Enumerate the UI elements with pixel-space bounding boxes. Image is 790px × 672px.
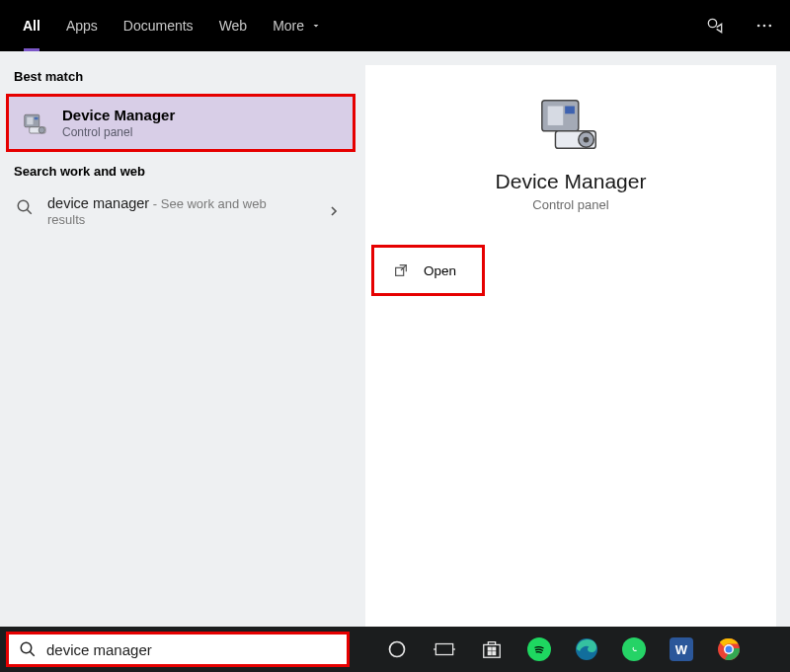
web-result-hint-line2: results bbox=[47, 212, 314, 227]
web-search-result[interactable]: device manager - See work and web result… bbox=[0, 188, 361, 233]
chrome-icon[interactable] bbox=[705, 627, 752, 672]
tab-web[interactable]: Web bbox=[206, 0, 261, 51]
svg-rect-12 bbox=[548, 107, 564, 125]
svg-point-0 bbox=[708, 19, 716, 27]
tab-label: More bbox=[273, 18, 304, 34]
tab-label: Web bbox=[219, 18, 248, 34]
microsoft-store-icon[interactable] bbox=[468, 627, 515, 672]
more-options-icon[interactable] bbox=[749, 10, 780, 41]
tab-apps[interactable]: Apps bbox=[53, 0, 111, 51]
open-label: Open bbox=[424, 263, 456, 278]
tab-label: Apps bbox=[66, 18, 98, 34]
section-work-web: Search work and web bbox=[0, 160, 361, 188]
device-manager-icon bbox=[21, 109, 50, 138]
open-action[interactable]: Open bbox=[371, 245, 485, 296]
svg-point-2 bbox=[763, 25, 766, 28]
svg-point-33 bbox=[726, 646, 733, 653]
best-match-result[interactable]: Device Manager Control panel bbox=[6, 94, 356, 152]
chevron-down-icon bbox=[310, 20, 322, 32]
svg-point-3 bbox=[769, 25, 772, 28]
preview-pane: Device Manager Control panel Open bbox=[361, 51, 790, 627]
search-input[interactable] bbox=[46, 641, 337, 658]
search-icon bbox=[14, 196, 36, 218]
tab-label: Documents bbox=[123, 18, 194, 34]
web-result-hint: - See work and web bbox=[149, 196, 267, 211]
taskbar: W bbox=[0, 627, 790, 672]
svg-point-19 bbox=[21, 642, 32, 653]
chevron-right-icon bbox=[326, 203, 342, 219]
cortana-icon[interactable] bbox=[373, 627, 421, 672]
svg-point-21 bbox=[390, 642, 405, 657]
search-tabbar: All Apps Documents Web More bbox=[0, 0, 790, 51]
tab-documents[interactable]: Documents bbox=[111, 0, 206, 51]
word-icon[interactable]: W bbox=[658, 627, 705, 672]
open-icon bbox=[392, 261, 410, 279]
tab-more[interactable]: More bbox=[260, 0, 335, 51]
svg-point-1 bbox=[757, 25, 760, 28]
svg-line-10 bbox=[27, 209, 32, 214]
whatsapp-icon[interactable] bbox=[610, 627, 658, 672]
svg-rect-27 bbox=[493, 647, 496, 650]
task-view-icon[interactable] bbox=[421, 627, 468, 672]
web-result-query: device manager bbox=[47, 195, 149, 211]
results-pane: Best match Device Manager Control panel bbox=[0, 51, 361, 627]
taskbar-search[interactable] bbox=[6, 632, 350, 667]
svg-line-20 bbox=[30, 651, 35, 656]
best-match-title: Device Manager bbox=[62, 107, 175, 123]
svg-point-16 bbox=[584, 137, 590, 143]
preview-title: Device Manager bbox=[496, 170, 647, 193]
spotify-icon[interactable] bbox=[515, 627, 563, 672]
svg-point-8 bbox=[39, 126, 44, 132]
edge-icon[interactable] bbox=[563, 627, 610, 672]
svg-point-9 bbox=[18, 200, 29, 211]
svg-rect-29 bbox=[493, 652, 496, 655]
preview-subtitle: Control panel bbox=[532, 197, 608, 212]
search-icon bbox=[19, 640, 37, 658]
tab-label: All bbox=[23, 18, 40, 34]
section-best-match: Best match bbox=[0, 65, 361, 94]
best-match-subtitle: Control panel bbox=[62, 125, 175, 139]
svg-rect-13 bbox=[565, 107, 575, 114]
tab-all[interactable]: All bbox=[10, 0, 53, 51]
svg-rect-6 bbox=[35, 116, 39, 119]
device-manager-icon bbox=[536, 95, 605, 154]
feedback-icon[interactable] bbox=[699, 10, 731, 41]
svg-rect-5 bbox=[27, 116, 33, 124]
preview-card: Device Manager Control panel Open bbox=[365, 65, 776, 627]
svg-rect-28 bbox=[488, 652, 491, 655]
svg-rect-22 bbox=[435, 644, 452, 655]
svg-rect-26 bbox=[488, 647, 491, 650]
svg-rect-25 bbox=[484, 644, 501, 657]
